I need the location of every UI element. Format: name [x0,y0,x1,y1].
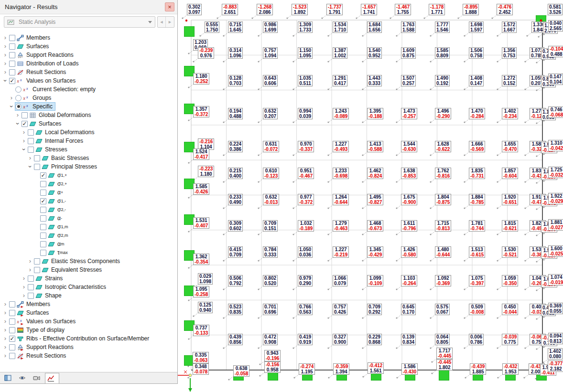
value-label[interactable]: 1.473-0.257 [401,108,417,119]
checkbox-type-of-display[interactable] [9,327,15,333]
tree-item-groups[interactable]: ›xxGroups [0,94,177,102]
value-label[interactable]: 1.6981.597 [469,21,484,33]
checkbox-alpha-plus[interactable] [40,190,46,196]
value-label[interactable]: 1.4020.080 [548,348,563,360]
value-label[interactable]: 1.922-0.029 [548,193,563,204]
expand-arrow-icon[interactable]: › [21,284,27,290]
checkbox-surfaces-results[interactable] [9,310,15,316]
value-label[interactable]: 0.7090.151 [263,220,278,232]
value-label[interactable]: 1.4080.147 [469,75,484,86]
expand-arrow-icon[interactable]: › [27,155,33,161]
value-label[interactable]: 1.781-0.744 [469,220,485,232]
value-label[interactable]: 1.496-0.290 [435,108,451,119]
value-label[interactable]: 1.480-0.644 [435,246,451,258]
tree-item-alpha-plus[interactable]: α+ [0,188,177,197]
value-label[interactable]: 0.3090.602 [228,220,243,232]
value-label[interactable]: 1.3560.753 [502,47,517,59]
checkbox-sigma-2-plus[interactable] [40,181,46,187]
tree-item-isotropic-characteristics[interactable]: ›Isotropic Characteristics [0,283,177,291]
value-label[interactable]: 1.059-0.350 [502,275,518,286]
value-label[interactable]: -0.3591.394 [333,363,349,375]
checkbox-sigma-2-minus[interactable] [40,207,46,213]
value-label[interactable]: 1.243-0.089 [333,108,349,119]
value-label[interactable]: 0.8020.520 [263,275,278,286]
checkbox-support-reactions[interactable] [9,52,15,58]
value-label[interactable]: 0.0291.098 [198,273,213,285]
checkbox-internal-forces[interactable] [28,138,34,144]
expand-arrow-icon[interactable]: › [2,69,9,75]
value-label[interactable]: -1.1781.771 [429,4,445,15]
tree-item-ribs-effective-contribution[interactable]: ›Ribs - Effective Contribution on Surfac… [0,334,177,343]
value-label[interactable]: 0.2240.386 [228,141,243,152]
value-label[interactable]: 0.0402.565 [548,20,563,32]
tree-item-sigma-2-minus[interactable]: σ2,- [0,205,177,214]
value-label[interactable]: 1.835-0.731 [469,168,485,179]
collapse-arrow-icon[interactable]: › [21,146,27,153]
checkbox-basic-stresses[interactable] [34,155,40,161]
navigator-tab-camera[interactable] [31,372,45,383]
value-label[interactable]: -0.1560.958 [264,361,281,373]
value-label[interactable]: 0.638-0.058 [233,365,249,377]
checkbox-stresses[interactable] [28,147,34,153]
value-label[interactable]: 0.0640.805 [435,334,450,345]
checkbox-surfaces-specific[interactable] [22,121,28,127]
value-label[interactable]: 1.4430.333 [367,75,382,86]
value-label[interactable]: -0.1040.488 [548,46,563,57]
value-label[interactable]: 1.402-0.234 [502,108,518,119]
expand-arrow-icon[interactable]: › [27,258,33,265]
checkbox-sigma-2-m[interactable] [40,233,46,239]
value-label[interactable]: 0.5551.750 [205,21,219,33]
value-label[interactable]: 1.715-0.813 [435,220,451,232]
checkbox-ribs-effective-contribution[interactable] [9,336,15,342]
value-label[interactable]: 0.7570.426 [333,304,347,315]
collapse-arrow-icon[interactable]: › [8,103,15,110]
value-label[interactable]: 1.5060.758 [469,47,484,59]
value-label[interactable]: 0.977-0.372 [298,194,314,205]
tree-item-internal-forces[interactable]: ›Internal Forces [0,137,177,145]
tree-item-principal-stresses[interactable]: ›Principal Stresses [0,162,177,171]
value-label[interactable]: 1.530-0.521 [502,246,518,258]
tree-item-type-of-display[interactable]: ›Type of display [0,326,177,334]
value-label[interactable]: 1.362-0.354 [193,254,209,265]
tree-item-surfaces-results[interactable]: ›Surfaces [0,308,177,317]
value-label[interactable]: 0.3141.096 [228,47,243,59]
analysis-selector[interactable]: Static Analysis [4,16,155,28]
value-label[interactable]: -0.3772.182 [548,360,563,372]
tree-item-support-reactions-results[interactable]: ›Support Reactions [0,343,177,351]
checkbox-members-results[interactable] [9,301,15,307]
checkbox-tau-max[interactable] [40,250,46,256]
tree-item-shape[interactable]: ›Shape [0,291,177,300]
expand-arrow-icon[interactable]: › [2,52,9,58]
tree-item-strains[interactable]: ›Strains [0,274,177,283]
expand-arrow-icon[interactable]: › [14,112,21,118]
tree-item-members-results[interactable]: ›Members [0,300,177,308]
checkbox-global-deformations[interactable] [22,112,28,118]
value-label[interactable]: 0.7151.645 [228,21,243,33]
value-label[interactable]: 1.279-0.463 [333,220,349,232]
value-label[interactable]: 1.531-0.407 [193,217,209,229]
value-label[interactable]: -1.2682.086 [257,4,273,15]
value-label[interactable]: 0.4150.709 [228,246,243,258]
value-label[interactable]: 1.103-0.264 [401,275,417,286]
value-label[interactable]: 1.544-0.630 [401,141,417,152]
expand-arrow-icon[interactable]: › [2,309,9,316]
value-label[interactable]: 0.7571.094 [263,47,278,59]
value-label[interactable]: -0.0390.775 [502,334,518,345]
value-label[interactable]: 0.6450.170 [401,304,416,315]
value-label[interactable]: 1.513-0.615 [469,246,485,258]
checkbox-alpha-minus[interactable] [40,215,46,222]
radio-current-selection[interactable] [15,86,22,93]
value-label[interactable]: 1.4900.192 [435,75,450,86]
value-label[interactable]: 0.737-0.133 [193,325,209,336]
value-label[interactable]: -1.6571.741 [361,4,377,15]
collapse-arrow-icon[interactable]: › [14,120,21,127]
navigator-tab-results[interactable] [45,373,59,383]
expand-arrow-icon[interactable]: › [8,95,15,101]
value-label[interactable]: -0.4391.885 [470,363,486,375]
value-label[interactable]: 1.920-0.651 [502,194,518,205]
value-label[interactable]: 0.632-0.013 [263,194,279,205]
tree-item-elastic-stress-components[interactable]: ›Elastic Stress Components [0,257,177,265]
expand-arrow-icon[interactable]: › [2,43,9,50]
value-label[interactable]: 1.628-0.622 [435,141,451,152]
value-label[interactable]: 1.585-0.426 [193,183,209,195]
